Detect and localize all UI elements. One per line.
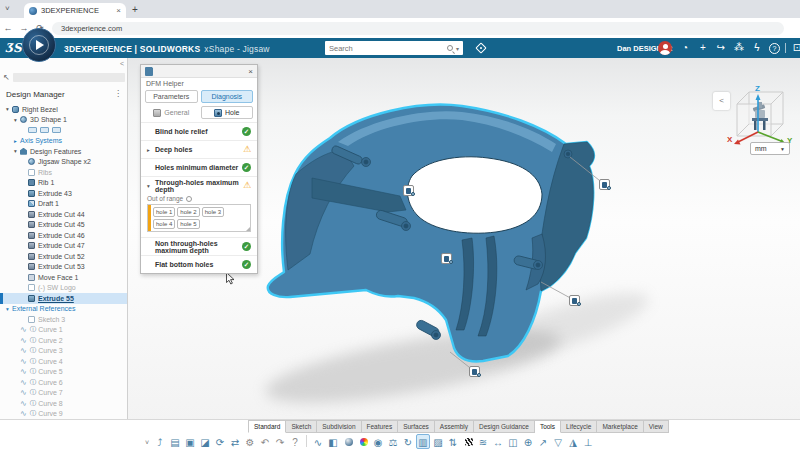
dfm-check-holes-minimum-diameter[interactable]: Holes minimum diameter✓ — [141, 158, 257, 176]
hole-flag-1[interactable] — [403, 185, 414, 196]
help-icon[interactable]: ? — [288, 434, 302, 449]
hole-chip-hole-3[interactable]: hole 3 — [202, 207, 224, 217]
color-wheel-icon[interactable] — [356, 434, 370, 449]
overflow-chevron-icon[interactable]: ˅ — [142, 434, 152, 449]
tree-item-design-features[interactable]: ▾Design Features — [0, 146, 128, 157]
dfm-check-deep-holes[interactable]: ▸Deep holes⚠ — [141, 140, 257, 158]
search-icon[interactable] — [447, 45, 453, 51]
dfm-close-icon[interactable]: × — [248, 67, 253, 76]
dfm-helper-icon[interactable]: ▥ — [416, 434, 430, 449]
check-expander-icon[interactable]: ▾ — [147, 183, 155, 189]
tree-expander-icon[interactable]: ▸ — [11, 138, 20, 144]
tree-item-curve-9[interactable]: ∿ⓘCurve 9 — [0, 409, 128, 420]
share-forward-icon[interactable]: ↪ — [712, 40, 730, 56]
hole-flag-2[interactable] — [599, 179, 610, 190]
tree-item-axis-systems[interactable]: ▸Axis Systems — [0, 136, 128, 147]
turntable-icon[interactable]: ↻ — [401, 434, 415, 449]
draft-analysis-icon[interactable]: ◮ — [566, 434, 580, 449]
dfm-check-flat-bottom-holes[interactable]: Flat bottom holes✓ — [141, 255, 257, 273]
web-help-icon[interactable]: ⊕ — [521, 434, 535, 449]
search-input[interactable] — [329, 44, 444, 53]
browser-tab[interactable]: 3DEXPERIENCE × — [24, 3, 126, 18]
add-content-icon[interactable]: + — [694, 40, 712, 56]
display-filter-icon[interactable]: ▽ — [551, 434, 565, 449]
dfm-xpress-icon[interactable]: ▨ — [431, 434, 445, 449]
redo-icon[interactable]: ↷ — [273, 434, 287, 449]
tree-item-move-face-1[interactable]: Move Face 1 — [0, 272, 128, 283]
tree-item-ribs[interactable]: Ribs — [0, 167, 128, 178]
spline-select-icon[interactable]: ∿ — [311, 434, 325, 449]
hole-flag-3[interactable] — [441, 253, 452, 264]
hole-flag-4[interactable] — [569, 295, 580, 306]
sidebar-collapse-icon[interactable]: < — [120, 60, 124, 67]
tree-filter-input[interactable] — [13, 73, 125, 82]
user-avatar[interactable] — [658, 41, 672, 55]
share-export-icon[interactable]: ⤴ — [153, 434, 167, 449]
ribbon-tab-marketplace[interactable]: Marketplace — [597, 420, 643, 433]
tree-item-extrude-cut-45[interactable]: Extrude Cut 45 — [0, 220, 128, 231]
print-3d-icon[interactable]: ▤ — [168, 434, 182, 449]
tree-item-curve-3[interactable]: ∿ⓘCurve 3 — [0, 346, 128, 357]
surface-curvature-icon[interactable]: ≋ — [476, 434, 490, 449]
dfm-check-blind-hole-relief[interactable]: Blind hole relief✓ — [141, 122, 257, 140]
hole-chip-hole-2[interactable]: hole 2 — [177, 207, 199, 217]
tree-expander-icon[interactable]: ▾ — [11, 117, 20, 123]
global-search[interactable]: ▾ — [325, 41, 463, 55]
representation-badge-icon[interactable] — [52, 127, 61, 133]
tree-expander-icon[interactable]: ▾ — [3, 106, 12, 112]
dfm-check-non-through-holes-maximum-depth[interactable]: Non through-holes maximum depth✓ — [141, 237, 257, 255]
check-expander-icon[interactable]: ▸ — [147, 147, 155, 153]
mold-analysis-icon[interactable]: ⊥ — [581, 434, 595, 449]
fullscreen-icon[interactable]: ⊡ — [788, 40, 800, 56]
tree-expander-icon[interactable]: ▾ — [3, 306, 12, 312]
hole-chip-hole-5[interactable]: hole 5 — [177, 219, 199, 229]
tree-item-extrude-55[interactable]: Extrude 55 — [0, 293, 128, 304]
dfm-subtab-general[interactable]: General — [145, 106, 198, 119]
dfm-subtab-hole[interactable]: Hole — [201, 106, 254, 119]
tree-item-curve-5[interactable]: ∿ⓘCurve 5 — [0, 367, 128, 378]
tab-close-icon[interactable]: × — [116, 6, 121, 15]
address-bar[interactable]: 3dexperience.com — [52, 22, 784, 35]
ribbon-tab-view[interactable]: View — [644, 420, 669, 433]
share-view-icon[interactable]: ↗ — [536, 434, 550, 449]
measure-icon[interactable]: ⚖ — [386, 434, 400, 449]
import-export-icon[interactable]: ⇄ — [228, 434, 242, 449]
help-icon[interactable]: ? — [769, 43, 780, 54]
tree-expander-icon[interactable]: ▾ — [11, 148, 20, 154]
tree-item-3d-shape-1[interactable]: ▾3D Shape 1 — [0, 115, 128, 126]
tree-item-right-bezel[interactable]: ▾Right Bezel — [0, 104, 128, 115]
tree-badges-row[interactable] — [0, 125, 128, 136]
zebra-stripes-icon[interactable] — [461, 434, 475, 449]
screen-capture-icon[interactable]: ◧ — [326, 434, 340, 449]
compass-icon[interactable]: ◔ — [676, 40, 694, 56]
save-as-image-icon[interactable]: ◪ — [198, 434, 212, 449]
render-style-icon[interactable] — [341, 434, 355, 449]
tree-item-extrude-cut-53[interactable]: Extrude Cut 53 — [0, 262, 128, 273]
tree-item-rib-1[interactable]: Rib 1 — [0, 178, 128, 189]
settings-icon[interactable]: ⚙ — [243, 434, 257, 449]
out-of-range-icon[interactable] — [186, 196, 192, 202]
undo-icon[interactable]: ↶ — [258, 434, 272, 449]
hole-flag-5[interactable] — [469, 366, 480, 377]
tree-item-jigsaw-shape-x2[interactable]: Jigsaw Shape x2 — [0, 157, 128, 168]
tree-item-sketch-3[interactable]: Sketch 3 — [0, 314, 128, 325]
tree-item-draft-1[interactable]: Draft 1 — [0, 199, 128, 210]
hole-chip-hole-1[interactable]: hole 1 — [153, 207, 175, 217]
save-icon[interactable]: ▣ — [183, 434, 197, 449]
sidebar-menu-icon[interactable]: ⋮ — [114, 89, 122, 98]
refresh-icon[interactable]: ⟳ — [213, 434, 227, 449]
tree-item-curve-1[interactable]: ∿ⓘCurve 1 — [0, 325, 128, 336]
representation-badge-icon[interactable] — [40, 127, 49, 133]
tree-item-extrude-cut-52[interactable]: Extrude Cut 52 — [0, 251, 128, 262]
compass-logo[interactable] — [22, 28, 56, 62]
tree-item-sw-logo[interactable]: (-) SW Logo — [0, 283, 128, 294]
tree-item-curve-6[interactable]: ∿ⓘCurve 6 — [0, 377, 128, 388]
share-network-icon[interactable]: ⁂ — [730, 40, 748, 56]
tree-item-extrude-43[interactable]: Extrude 43 — [0, 188, 128, 199]
tree-item-extrude-cut-46[interactable]: Extrude Cut 46 — [0, 230, 128, 241]
hole-chip-hole-4[interactable]: hole 4 — [153, 219, 175, 229]
representation-badge-icon[interactable] — [28, 127, 37, 133]
dfm-check-through-holes-maximum-depth[interactable]: ▾Through-holes maximum depth⚠ — [141, 176, 257, 194]
units-dropdown[interactable]: mm ▼ — [750, 142, 790, 155]
align-planes-icon[interactable]: ⇅ — [446, 434, 460, 449]
